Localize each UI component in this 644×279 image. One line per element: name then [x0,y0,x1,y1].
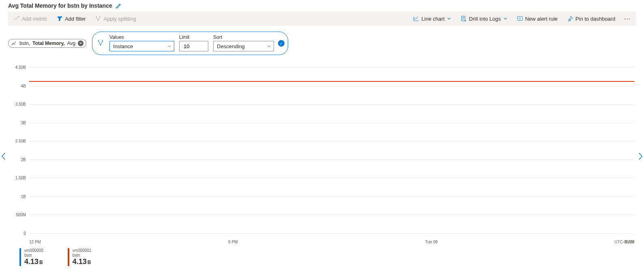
y-tick-label: 1B [10,194,26,198]
chart-toolbar: Add metric Add filter Apply splitting [8,11,636,26]
grid-line [29,86,634,86]
y-tick-label: 4B [10,83,26,88]
apply-split-icon[interactable]: ✓ [278,40,285,47]
pin-icon [567,16,573,21]
y-tick-label: 3B [10,120,26,125]
values-select[interactable]: Instance [109,41,174,51]
drill-logs-button[interactable]: Drill into Logs [458,14,510,23]
grid-line [29,104,634,104]
add-metric-button[interactable]: Add metric [11,14,49,23]
metric-pill-metric: Total Memory, [32,40,65,46]
chart-type-button[interactable]: Line chart [411,14,454,23]
grid-line [29,67,634,68]
add-filter-label: Add filter [65,16,86,22]
legend-series-resource: bstn [24,253,43,258]
line-chart-icon [413,16,419,21]
sort-select[interactable]: Descending [213,41,274,51]
chevron-down-icon [167,44,171,48]
y-tick-label: 500M [10,213,26,217]
metric-icon [12,41,17,46]
add-filter-button[interactable]: Add filter [54,14,88,23]
metric-pill-resource: bstn, [19,40,30,46]
y-tick-label: 4.50B [10,65,26,70]
pin-dashboard-label: Pin to dashboard [576,16,615,22]
chart-type-label: Line chart [421,16,445,22]
y-tick-label: 1.50B [10,176,26,180]
legend-item[interactable]: vm000000bstn4.13B [19,248,43,266]
y-tick-label: 3.50B [10,102,26,106]
metric-pill[interactable]: bstn, Total Memory, Avg ✕ [8,39,86,48]
sort-selected: Descending [217,43,245,49]
drill-logs-label: Drill into Logs [469,16,501,22]
chart-plot-area[interactable]: 4.50B4B3.50B3B2.50B2B1.50B1B500M0 [29,67,634,237]
x-tick-label: Tue 09 [425,240,438,244]
grid-line [29,196,634,197]
svg-point-5 [12,44,13,45]
chevron-down-icon [503,17,507,21]
legend-swatch [19,248,21,266]
grid-line [29,178,634,178]
x-axis: 12 PM6 PMTue 096 AMUTC-08:00 [29,240,634,244]
pin-dashboard-button[interactable]: Pin to dashboard [565,14,618,23]
limit-label: Limit [179,34,208,40]
split-config: Values Instance Limit Sort Descending [92,32,288,55]
x-tick-label: 6 PM [228,240,237,244]
grid-line [29,215,634,215]
chart-legend: vm000000bstn4.13Bvm000001bstn4.13B [19,248,636,266]
new-alert-button[interactable]: New alert rule [515,14,560,23]
prev-time-button[interactable] [1,152,6,160]
y-tick-label: 0 [10,231,26,236]
svg-point-6 [13,43,13,43]
remove-metric-icon[interactable]: ✕ [78,40,83,46]
y-tick-label: 2B [10,157,26,162]
svg-point-8 [15,41,16,42]
legend-series-value: 4.13B [73,258,92,266]
more-options-button[interactable]: ··· [623,16,633,22]
logs-icon [461,16,466,21]
apply-splitting-label: Apply splitting [103,16,136,22]
add-metric-label: Add metric [22,16,47,22]
apply-splitting-button[interactable]: Apply splitting [93,14,138,23]
filter-icon [57,16,62,21]
series-line [29,81,634,82]
add-metric-icon [14,16,19,21]
legend-series-resource: bstn [73,253,92,258]
split-lead-icon [97,40,104,46]
grid-line [29,160,634,160]
metric-pill-aggregation: Avg [67,40,75,46]
page-title: Avg Total Memory for bstn by Instance [8,2,112,9]
legend-series-name: vm000001 [73,248,92,253]
grid-line [29,233,634,234]
next-time-button[interactable] [638,152,643,160]
timezone-label: UTC-08:00 [614,240,634,244]
limit-input[interactable] [183,43,199,50]
grid-line [29,123,634,123]
limit-input-wrap [179,41,208,51]
values-selected: Instance [113,43,133,49]
x-tick-label: 12 PM [29,240,41,244]
legend-series-name: vm000000 [24,248,43,253]
svg-point-7 [14,44,15,45]
edit-title-icon[interactable] [116,3,122,9]
legend-swatch [68,248,69,266]
chevron-down-icon [267,44,271,48]
alert-icon [517,16,523,21]
legend-item[interactable]: vm000001bstn4.13B [68,248,92,266]
grid-line [29,141,634,141]
chevron-down-icon [447,17,451,21]
y-tick-label: 2.50B [10,139,26,143]
new-alert-label: New alert rule [525,16,558,22]
values-label: Values [109,34,174,40]
split-icon [95,16,101,21]
legend-series-value: 4.13B [24,258,43,266]
sort-label: Sort [213,34,274,40]
